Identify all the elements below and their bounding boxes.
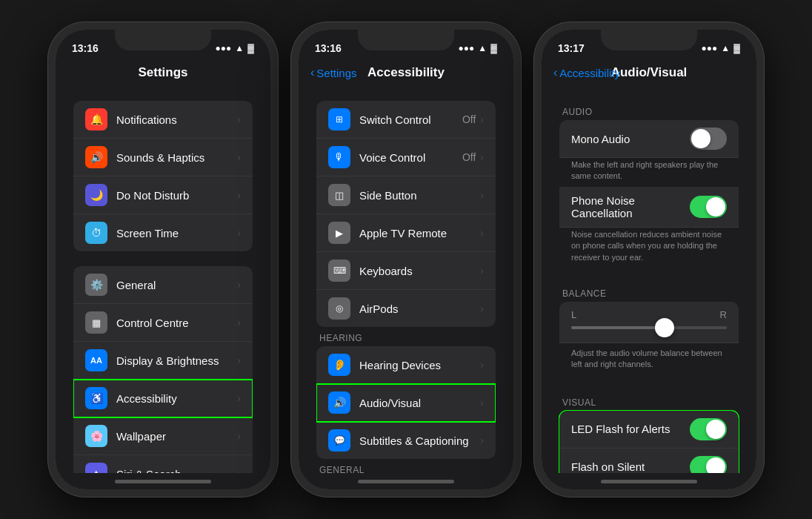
back-button-2[interactable]: ‹ Settings	[310, 66, 357, 79]
list-item-keyboards[interactable]: ⌨ Keyboards ›	[316, 252, 496, 290]
settings-content-1: 🔔 Notifications › 🔊 Sounds & Haptics › 🌙…	[56, 86, 270, 473]
chevron-icon: ›	[237, 189, 241, 201]
home-indicator-3	[542, 473, 756, 489]
list-item-sounds[interactable]: 🔊 Sounds & Haptics ›	[73, 139, 253, 176]
list-item-subtitles[interactable]: 💬 Subtitles & Captioning ›	[316, 422, 496, 459]
section-1: 🔔 Notifications › 🔊 Sounds & Haptics › 🌙…	[73, 101, 253, 251]
toggle-knob	[706, 197, 725, 216]
sidebutton-icon: ◫	[328, 184, 350, 206]
slider-fill	[571, 326, 665, 329]
section-2-hearing: 👂 Hearing Devices › 🔊 Audio/Visual › 💬 S…	[316, 346, 496, 459]
ledflash-label: LED Flash for Alerts	[571, 423, 690, 435]
list-item-control[interactable]: ▦ Control Centre ›	[73, 304, 253, 342]
home-indicator-1	[56, 473, 270, 489]
list-item-dnd[interactable]: 🌙 Do Not Disturb ›	[73, 176, 253, 214]
hearing-header: HEARING	[307, 327, 505, 346]
audiovisual-icon: 🔊	[328, 391, 350, 414]
toggle-knob	[706, 420, 725, 439]
voicecontrol-label: Voice Control	[359, 151, 462, 164]
list-item-notifications[interactable]: 🔔 Notifications ›	[73, 101, 253, 139]
screentime-label: Screen Time	[116, 227, 237, 239]
list-item-audiovisual[interactable]: 🔊 Audio/Visual ›	[316, 384, 496, 422]
visual-header: VISUAL	[550, 391, 748, 411]
voicecontrol-value: Off	[462, 151, 476, 163]
chevron-icon: ›	[237, 227, 241, 239]
noisecancellation-desc: Noise cancellation reduces ambient noise…	[559, 228, 739, 268]
notifications-label: Notifications	[116, 113, 237, 126]
list-item-siri[interactable]: ✦ Siri & Search ›	[73, 455, 253, 473]
status-icons-3: ●●● ▲ ▓	[702, 43, 740, 53]
general-icon: ⚙️	[85, 274, 107, 296]
wallpaper-icon: 🌸	[85, 425, 107, 447]
keyboards-icon: ⌨	[328, 260, 350, 282]
chevron-icon: ›	[480, 359, 484, 371]
chevron-icon: ›	[480, 265, 484, 277]
chevron-icon: ›	[237, 279, 241, 291]
noisecancellation-toggle[interactable]	[690, 196, 727, 218]
back-chevron-icon-3: ‹	[553, 66, 557, 79]
back-label-3: Accessibility	[559, 67, 620, 79]
airpods-label: AirPods	[359, 303, 480, 315]
signal-icon: ●●●	[459, 43, 475, 53]
chevron-icon: ›	[480, 151, 484, 163]
list-item-flashsilent[interactable]: Flash on Silent	[559, 449, 739, 473]
list-item-ledflash[interactable]: LED Flash for Alerts	[559, 411, 739, 449]
wallpaper-label: Wallpaper	[116, 430, 237, 443]
chevron-icon: ›	[237, 468, 241, 473]
home-bar-2	[358, 480, 454, 483]
general-header-2: GENERAL	[307, 459, 505, 473]
screentime-icon: ⏱	[85, 222, 107, 244]
list-item-accessibility[interactable]: ♿ Accessibility ›	[73, 380, 253, 417]
battery-icon: ▓	[247, 43, 254, 53]
switchcontrol-value: Off	[462, 113, 476, 125]
list-item-airpods[interactable]: ◎ AirPods ›	[316, 290, 496, 327]
list-item-display[interactable]: AA Display & Brightness ›	[73, 342, 253, 380]
chevron-icon: ›	[237, 317, 241, 328]
list-item-switchcontrol[interactable]: ⊞ Switch Control Off ›	[316, 101, 496, 139]
chevron-icon: ›	[237, 113, 241, 125]
list-item-general[interactable]: ⚙️ General ›	[73, 266, 253, 304]
control-icon: ▦	[85, 311, 107, 334]
list-item-sidebutton[interactable]: ◫ Side Button ›	[316, 176, 496, 214]
signal-icon: ●●●	[216, 43, 232, 53]
slider-thumb[interactable]	[655, 318, 674, 337]
flashsilent-toggle[interactable]	[690, 456, 727, 473]
list-item-screentime[interactable]: ⏱ Screen Time ›	[73, 214, 253, 251]
monoaudio-toggle[interactable]	[690, 128, 727, 150]
dnd-icon: 🌙	[85, 184, 107, 206]
back-chevron-icon: ‹	[310, 66, 314, 79]
switchcontrol-icon: ⊞	[328, 108, 350, 130]
chevron-icon: ›	[237, 392, 241, 404]
balance-right-label: R	[720, 309, 727, 320]
balance-slider[interactable]	[571, 326, 727, 329]
home-bar-1	[115, 480, 211, 483]
chevron-icon: ›	[480, 434, 484, 446]
toggle-knob	[706, 457, 725, 473]
status-icons-1: ●●● ▲ ▓	[216, 43, 254, 53]
sounds-label: Sounds & Haptics	[116, 151, 237, 164]
noisecancellation-label: Phone Noise Cancellation	[571, 194, 690, 219]
chevron-icon: ›	[480, 397, 484, 409]
ledflash-toggle[interactable]	[690, 418, 727, 440]
phone-1: 13:16 ●●● ▲ ▓ Settings 🔔 Notification	[48, 22, 278, 497]
slider-labels: L R	[571, 309, 727, 320]
back-label-2: Settings	[316, 67, 356, 79]
list-item-wallpaper[interactable]: 🌸 Wallpaper ›	[73, 417, 253, 455]
audio-header: AUDIO	[550, 101, 748, 120]
list-item-appleremote[interactable]: ▶ Apple TV Remote ›	[316, 214, 496, 252]
list-item-monoaudio[interactable]: Mono Audio	[559, 120, 739, 158]
list-item-hearingdevices[interactable]: 👂 Hearing Devices ›	[316, 346, 496, 384]
notch-1	[115, 30, 211, 50]
toggle-knob	[691, 129, 710, 148]
status-time-2: 13:16	[315, 42, 342, 54]
subtitles-label: Subtitles & Captioning	[359, 434, 480, 447]
nav-bar-1: Settings	[56, 62, 270, 86]
section-2: ⚙️ General › ▦ Control Centre › AA Displ…	[73, 266, 253, 473]
hearingdevices-icon: 👂	[328, 354, 350, 376]
list-item-noisecancellation[interactable]: Phone Noise Cancellation	[559, 187, 739, 228]
list-item-voicecontrol[interactable]: 🎙 Voice Control Off ›	[316, 139, 496, 176]
general-label: General	[116, 279, 237, 291]
back-button-3[interactable]: ‹ Accessibility	[553, 66, 620, 79]
balance-left-label: L	[571, 309, 576, 320]
wifi-icon: ▲	[721, 43, 730, 53]
